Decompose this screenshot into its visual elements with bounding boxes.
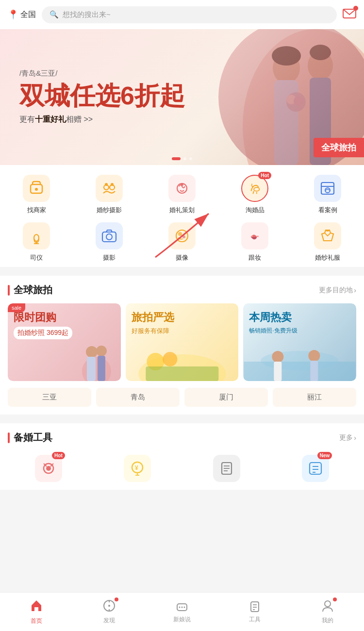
svg-point-31: [257, 236, 259, 237]
card3-illustration: [243, 342, 356, 381]
mail-notification-dot: [353, 6, 358, 11]
shop-wedding-label: 淘婚品: [246, 206, 265, 215]
mc-icon: [23, 222, 50, 249]
dot-3: [189, 157, 192, 160]
nav-discover[interactable]: 发现: [73, 599, 146, 625]
bride-icon: [175, 600, 189, 614]
svg-rect-47: [311, 361, 318, 381]
city-tab-sanya[interactable]: 三亚: [8, 388, 91, 407]
icon-find-vendor[interactable]: 找商家: [0, 175, 73, 215]
section-divider-1: [0, 272, 364, 276]
video-label: 摄像: [176, 253, 188, 262]
tool-hot-badge: Hot: [52, 452, 65, 459]
icon-video[interactable]: 摄像: [146, 222, 218, 262]
tool-item-4[interactable]: New: [275, 455, 357, 482]
svg-point-28: [178, 232, 182, 236]
city-tab-xiamen[interactable]: 厦门: [184, 388, 268, 407]
nav-tools[interactable]: 工具: [218, 600, 291, 624]
svg-rect-68: [251, 602, 259, 612]
search-icon: 🔍: [50, 10, 59, 19]
card2-title: 旅拍严选: [132, 311, 233, 324]
tool-item-2[interactable]: ¥: [97, 455, 179, 482]
svg-point-35: [96, 346, 107, 356]
card1-subtitle: 拍婚纱照 3699起: [14, 327, 72, 339]
dot-2: [183, 157, 186, 160]
tools-section-accent: [8, 432, 10, 443]
banner-sub-title: /青岛&三亚/: [19, 69, 185, 78]
svg-rect-41: [146, 366, 218, 381]
profile-icon-wrap: [321, 599, 334, 614]
icon-makeup[interactable]: 跟妆: [218, 222, 291, 262]
city-tabs: 三亚 青岛 厦门 丽江: [8, 388, 356, 407]
bottom-navigation: 首页 发现 新娘说 工具 我的: [0, 592, 364, 631]
banner-badge[interactable]: 全球旅拍: [314, 138, 364, 157]
svg-point-66: [182, 607, 183, 608]
discover-icon-wrap: [102, 599, 116, 614]
see-cases-icon: [314, 175, 341, 202]
home-icon: [30, 598, 43, 615]
dot-1: [172, 157, 181, 160]
discover-icon: [102, 599, 116, 613]
more-destinations-button[interactable]: 更多目的地 ›: [319, 286, 356, 295]
wedding-photo-label: 婚纱摄影: [97, 206, 122, 215]
svg-point-12: [35, 188, 38, 191]
nav-profile-label: 我的: [322, 616, 333, 625]
search-placeholder: 想找的搜出来~: [63, 10, 111, 19]
tool-item-1[interactable]: Hot: [8, 455, 89, 482]
tool-new-badge: New: [317, 452, 332, 459]
svg-point-26: [106, 234, 112, 240]
section-divider-2: [0, 419, 364, 423]
hero-banner[interactable]: /青岛&三亚/ 双城任选6折起 更有十重好礼相赠 >> 全球旅拍: [0, 29, 364, 165]
svg-rect-36: [87, 357, 96, 381]
travel-cards: sale 限时团购 拍婚纱照 3699起 旅拍严选: [8, 303, 356, 381]
banner-main-title: 双城任选6折起: [19, 82, 185, 110]
wedding-plan-icon: [168, 175, 196, 202]
tool-item-3[interactable]: [186, 455, 267, 482]
nav-bride-label: 新娘说: [173, 615, 191, 624]
svg-point-18: [181, 183, 183, 186]
photo-icon: [96, 222, 123, 249]
makeup-label: 跟妆: [248, 253, 261, 262]
nav-bride[interactable]: 新娘说: [146, 600, 218, 624]
icon-wedding-photo[interactable]: 婚纱摄影: [73, 175, 146, 215]
banner-text-block: /青岛&三亚/ 双城任选6折起 更有十重好礼相赠 >>: [19, 69, 185, 125]
wedding-plan-label: 婚礼策划: [169, 206, 195, 215]
find-vendor-label: 找商家: [27, 206, 46, 215]
svg-point-40: [163, 352, 177, 366]
tool-icon-2: ¥: [124, 455, 151, 482]
section-header-tools: 备婚工具 更多 ›: [8, 431, 356, 444]
svg-point-49: [46, 466, 51, 471]
dress-icon: [314, 222, 341, 249]
icon-mc[interactable]: 司仪: [0, 222, 73, 262]
city-tab-qingdao[interactable]: 青岛: [96, 388, 180, 407]
tools-section: 备婚工具 更多 › Hot ¥: [0, 423, 364, 490]
tools-chevron-icon: ›: [354, 434, 356, 442]
icon-wedding-plan[interactable]: 婚礼策划: [146, 175, 218, 215]
travel-card-2[interactable]: 旅拍严选 好服务有保障: [126, 303, 239, 381]
mail-button[interactable]: [343, 8, 356, 21]
icon-dress[interactable]: 婚纱礼服: [291, 222, 364, 262]
card1-illustration: [72, 332, 121, 381]
svg-point-67: [184, 607, 185, 608]
card2-illustration: [126, 347, 239, 381]
svg-rect-45: [274, 362, 282, 381]
svg-point-33: [82, 357, 111, 381]
icon-see-cases[interactable]: 看案例: [291, 175, 364, 215]
card1-title: 限时团购: [14, 311, 115, 324]
tools-more-button[interactable]: 更多 ›: [339, 433, 356, 442]
icon-shop-wedding[interactable]: Hot 淘婚品: [218, 175, 291, 215]
svg-point-16: [111, 183, 114, 186]
hot-badge: Hot: [258, 172, 271, 179]
city-tab-lijiang[interactable]: 丽江: [273, 388, 356, 407]
travel-card-3[interactable]: 本周热卖 畅销婚照·免费升级: [243, 303, 356, 381]
card3-title: 本周热卖: [249, 311, 350, 324]
icon-photo[interactable]: 摄影: [73, 222, 146, 262]
nav-profile[interactable]: 我的: [291, 599, 364, 625]
search-bar[interactable]: 🔍 想找的搜出来~: [42, 6, 337, 23]
svg-point-30: [251, 236, 253, 237]
travel-card-1[interactable]: sale 限时团购 拍婚纱照 3699起: [8, 303, 121, 381]
tools-icon: [248, 600, 262, 614]
svg-rect-37: [98, 356, 105, 381]
nav-home[interactable]: 首页: [0, 598, 73, 625]
location-button[interactable]: 📍 全国: [8, 9, 36, 20]
